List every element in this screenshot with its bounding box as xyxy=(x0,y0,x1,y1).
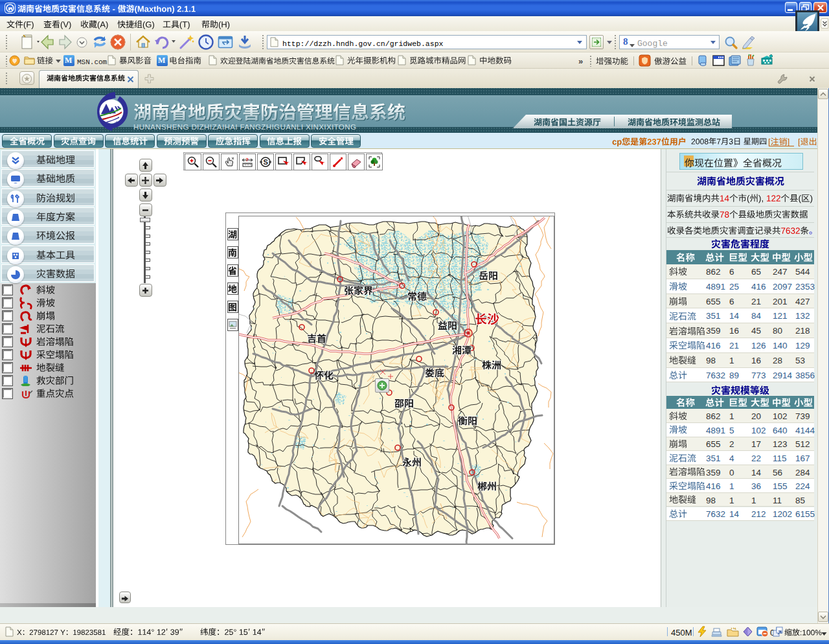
svg-text:?: ? xyxy=(245,157,249,163)
svg-text:S: S xyxy=(264,158,268,166)
